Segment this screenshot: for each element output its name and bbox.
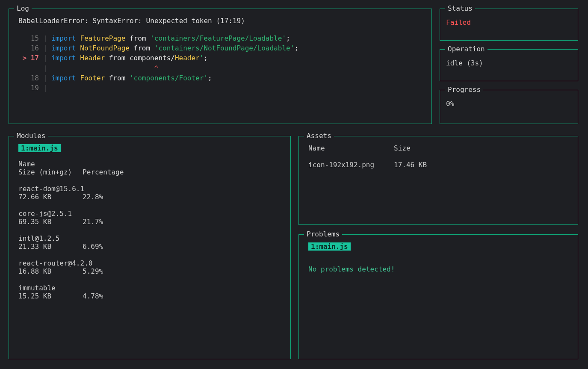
asset-name: icon-192x192.png [308, 161, 394, 169]
module-percentage: 21.7% [83, 218, 103, 226]
module-percentage: 6.69% [83, 242, 103, 251]
module-name: react-dom@15.6.1 [18, 185, 281, 193]
modules-panel: Modules 1:main.js Name Size (min+gz) Per… [9, 136, 291, 359]
module-name: react-router@4.2.0 [18, 259, 281, 267]
status-panel: Status Failed [440, 9, 578, 41]
module-size: 69.35 KB [18, 218, 83, 226]
modules-header: Name Size (min+gz) Percentage [18, 160, 281, 176]
log-panel: Log BabelLoaderError: SyntaxError: Unexp… [9, 9, 432, 124]
modules-list: react-dom@15.6.172.66 KB22.8%core-js@2.5… [18, 185, 281, 300]
module-size: 72.66 KB [18, 193, 83, 201]
assets-list: icon-192x192.png17.46 KB [308, 161, 568, 169]
operation-value: idle (3s) [446, 59, 483, 67]
module-name: intl@1.2.5 [18, 234, 281, 242]
module-name: immutable [18, 284, 281, 292]
progress-panel: Progress 0% [440, 90, 578, 124]
modules-title: Modules [14, 132, 48, 140]
module-size: 16.88 KB [18, 267, 83, 275]
status-value: Failed [446, 18, 471, 27]
code-line-16: 16 | import NotFoundPage from 'container… [18, 43, 422, 53]
assets-title: Assets [304, 132, 334, 140]
asset-row: icon-192x192.png17.46 KB [308, 161, 568, 169]
asset-size: 17.46 KB [394, 161, 427, 169]
assets-panel: Assets Name Size icon-192x192.png17.46 K… [298, 136, 578, 225]
operation-panel: Operation idle (3s) [440, 49, 578, 81]
log-title: Log [14, 4, 32, 12]
module-size: 15.25 KB [18, 292, 83, 300]
module-row: react-dom@15.6.172.66 KB22.8% [18, 185, 281, 201]
module-name: core-js@2.5.1 [18, 210, 281, 218]
module-percentage: 22.8% [83, 193, 103, 201]
module-row: core-js@2.5.169.35 KB21.7% [18, 210, 281, 226]
error-caret-line: | ^ [18, 63, 422, 73]
assets-header: Name Size [308, 144, 568, 152]
operation-title: Operation [445, 45, 488, 53]
module-size: 21.33 KB [18, 242, 83, 251]
module-row: intl@1.2.521.33 KB6.69% [18, 234, 281, 251]
progress-title: Progress [445, 86, 483, 94]
status-title: Status [445, 4, 475, 12]
code-line-18: 18 | import Footer from 'components/Foot… [18, 73, 422, 83]
module-percentage: 5.29% [83, 267, 103, 275]
error-caret-icon: ^ [154, 64, 159, 72]
problems-title: Problems [304, 230, 342, 238]
progress-value: 0% [446, 100, 454, 108]
problems-message: No problems detected! [308, 265, 568, 273]
code-line-15: 15 | import FeaturePage from 'containers… [18, 33, 422, 43]
problems-panel: Problems 1:main.js No problems detected! [298, 234, 578, 359]
code-line-19: 19 | [18, 83, 422, 93]
module-row: immutable15.25 KB4.78% [18, 284, 281, 300]
module-percentage: 4.78% [83, 292, 103, 300]
error-message: BabelLoaderError: SyntaxError: Unexpecte… [18, 17, 422, 25]
code-line-17-error: > 17 | import Header from components/Hea… [18, 53, 422, 63]
module-row: react-router@4.2.016.88 KB5.29% [18, 259, 281, 275]
modules-badge[interactable]: 1:main.js [18, 144, 61, 152]
problems-badge[interactable]: 1:main.js [308, 242, 351, 251]
